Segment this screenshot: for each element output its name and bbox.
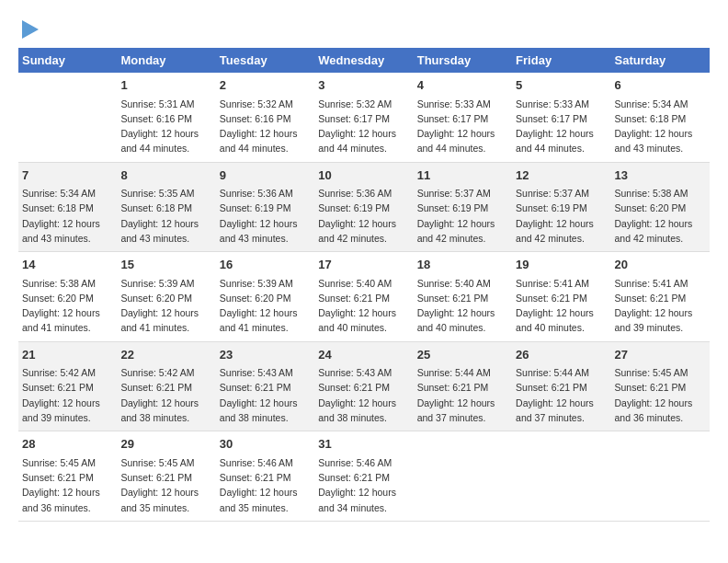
calendar-cell: 19Sunrise: 5:41 AMSunset: 6:21 PMDayligh… <box>512 252 610 342</box>
calendar-cell: 12Sunrise: 5:37 AMSunset: 6:19 PMDayligh… <box>512 162 610 252</box>
calendar-cell: 1Sunrise: 5:31 AMSunset: 6:16 PMDaylight… <box>117 73 215 162</box>
day-info: Sunrise: 5:33 AMSunset: 6:17 PMDaylight:… <box>516 97 607 156</box>
calendar-cell: 2Sunrise: 5:32 AMSunset: 6:16 PMDaylight… <box>216 73 314 162</box>
day-info: Sunrise: 5:38 AMSunset: 6:20 PMDaylight:… <box>615 186 706 246</box>
calendar-cell: 20Sunrise: 5:41 AMSunset: 6:21 PMDayligh… <box>611 252 710 342</box>
header-cell-friday: Friday <box>512 48 610 73</box>
header-cell-wednesday: Wednesday <box>314 48 413 73</box>
day-info: Sunrise: 5:45 AMSunset: 6:21 PMDaylight:… <box>615 365 706 425</box>
calendar-cell: 5Sunrise: 5:33 AMSunset: 6:17 PMDaylight… <box>512 73 610 162</box>
day-info: Sunrise: 5:32 AMSunset: 6:16 PMDaylight:… <box>220 97 311 156</box>
day-number: 22 <box>120 346 211 364</box>
day-number: 2 <box>220 76 311 95</box>
calendar-cell <box>18 73 117 162</box>
calendar-cell: 18Sunrise: 5:40 AMSunset: 6:21 PMDayligh… <box>414 252 512 342</box>
day-info: Sunrise: 5:43 AMSunset: 6:21 PMDaylight:… <box>220 365 311 425</box>
day-info: Sunrise: 5:46 AMSunset: 6:21 PMDaylight:… <box>220 455 311 515</box>
day-number: 27 <box>615 346 706 364</box>
day-number: 17 <box>318 256 409 274</box>
calendar-cell: 25Sunrise: 5:44 AMSunset: 6:21 PMDayligh… <box>414 341 512 431</box>
day-info: Sunrise: 5:45 AMSunset: 6:21 PMDaylight:… <box>22 455 113 515</box>
day-number: 6 <box>615 76 706 95</box>
day-number: 10 <box>318 167 409 185</box>
calendar-cell: 3Sunrise: 5:32 AMSunset: 6:17 PMDaylight… <box>314 73 413 162</box>
calendar-cell: 9Sunrise: 5:36 AMSunset: 6:19 PMDaylight… <box>216 162 314 252</box>
day-info: Sunrise: 5:41 AMSunset: 6:21 PMDaylight:… <box>516 276 607 336</box>
calendar-cell: 13Sunrise: 5:38 AMSunset: 6:20 PMDayligh… <box>611 162 710 252</box>
day-number: 28 <box>22 435 113 454</box>
day-info: Sunrise: 5:42 AMSunset: 6:21 PMDaylight:… <box>22 365 113 425</box>
day-info: Sunrise: 5:40 AMSunset: 6:21 PMDaylight:… <box>318 276 409 336</box>
calendar-cell: 30Sunrise: 5:46 AMSunset: 6:21 PMDayligh… <box>216 431 314 522</box>
day-number: 13 <box>615 167 706 185</box>
week-row-2: 14Sunrise: 5:38 AMSunset: 6:20 PMDayligh… <box>18 252 710 342</box>
calendar-cell: 17Sunrise: 5:40 AMSunset: 6:21 PMDayligh… <box>314 252 413 342</box>
day-info: Sunrise: 5:46 AMSunset: 6:21 PMDaylight:… <box>318 455 409 515</box>
day-info: Sunrise: 5:33 AMSunset: 6:17 PMDaylight:… <box>417 97 508 156</box>
calendar-cell <box>512 431 610 522</box>
header-cell-saturday: Saturday <box>611 48 710 73</box>
day-info: Sunrise: 5:45 AMSunset: 6:21 PMDaylight:… <box>120 455 211 515</box>
day-number: 12 <box>516 167 607 185</box>
day-info: Sunrise: 5:44 AMSunset: 6:21 PMDaylight:… <box>417 365 508 425</box>
day-number: 20 <box>615 256 706 274</box>
day-number: 8 <box>120 167 211 185</box>
header-cell-tuesday: Tuesday <box>216 48 314 73</box>
day-number: 9 <box>220 167 311 185</box>
day-info: Sunrise: 5:31 AMSunset: 6:16 PMDaylight:… <box>120 97 211 156</box>
calendar-cell: 21Sunrise: 5:42 AMSunset: 6:21 PMDayligh… <box>18 341 117 431</box>
day-info: Sunrise: 5:40 AMSunset: 6:21 PMDaylight:… <box>417 276 508 336</box>
calendar-cell: 22Sunrise: 5:42 AMSunset: 6:21 PMDayligh… <box>117 341 215 431</box>
day-number: 26 <box>516 346 607 364</box>
day-number: 30 <box>220 435 311 454</box>
calendar-table: SundayMondayTuesdayWednesdayThursdayFrid… <box>18 48 710 522</box>
calendar-body: 1Sunrise: 5:31 AMSunset: 6:16 PMDaylight… <box>18 73 710 521</box>
logo-arrow-icon <box>22 20 39 39</box>
day-number: 24 <box>318 346 409 364</box>
calendar-cell: 27Sunrise: 5:45 AMSunset: 6:21 PMDayligh… <box>611 341 710 431</box>
day-number: 15 <box>120 256 211 274</box>
day-info: Sunrise: 5:34 AMSunset: 6:18 PMDaylight:… <box>615 97 706 156</box>
calendar-cell: 24Sunrise: 5:43 AMSunset: 6:21 PMDayligh… <box>314 341 413 431</box>
day-info: Sunrise: 5:39 AMSunset: 6:20 PMDaylight:… <box>120 276 211 336</box>
calendar-cell: 23Sunrise: 5:43 AMSunset: 6:21 PMDayligh… <box>216 341 314 431</box>
logo <box>18 18 39 39</box>
week-row-1: 7Sunrise: 5:34 AMSunset: 6:18 PMDaylight… <box>18 162 710 252</box>
day-info: Sunrise: 5:44 AMSunset: 6:21 PMDaylight:… <box>516 365 607 425</box>
calendar-cell: 8Sunrise: 5:35 AMSunset: 6:18 PMDaylight… <box>117 162 215 252</box>
day-number: 4 <box>417 76 508 95</box>
calendar-cell: 28Sunrise: 5:45 AMSunset: 6:21 PMDayligh… <box>18 431 117 522</box>
day-number: 23 <box>220 346 311 364</box>
day-number: 3 <box>318 76 409 95</box>
day-info: Sunrise: 5:32 AMSunset: 6:17 PMDaylight:… <box>318 97 409 156</box>
week-row-4: 28Sunrise: 5:45 AMSunset: 6:21 PMDayligh… <box>18 431 710 522</box>
calendar-cell: 11Sunrise: 5:37 AMSunset: 6:19 PMDayligh… <box>414 162 512 252</box>
day-info: Sunrise: 5:38 AMSunset: 6:20 PMDaylight:… <box>22 276 113 336</box>
calendar-cell: 14Sunrise: 5:38 AMSunset: 6:20 PMDayligh… <box>18 252 117 342</box>
day-number: 16 <box>220 256 311 274</box>
week-row-3: 21Sunrise: 5:42 AMSunset: 6:21 PMDayligh… <box>18 341 710 431</box>
header-row: SundayMondayTuesdayWednesdayThursdayFrid… <box>18 48 710 73</box>
calendar-cell: 6Sunrise: 5:34 AMSunset: 6:18 PMDaylight… <box>611 73 710 162</box>
day-number: 29 <box>120 435 211 454</box>
day-info: Sunrise: 5:41 AMSunset: 6:21 PMDaylight:… <box>615 276 706 336</box>
page-header <box>18 18 710 39</box>
day-info: Sunrise: 5:39 AMSunset: 6:20 PMDaylight:… <box>220 276 311 336</box>
week-row-0: 1Sunrise: 5:31 AMSunset: 6:16 PMDaylight… <box>18 73 710 162</box>
day-number: 21 <box>22 346 113 364</box>
day-info: Sunrise: 5:36 AMSunset: 6:19 PMDaylight:… <box>220 186 311 246</box>
header-cell-sunday: Sunday <box>18 48 117 73</box>
calendar-cell <box>611 431 710 522</box>
day-info: Sunrise: 5:43 AMSunset: 6:21 PMDaylight:… <box>318 365 409 425</box>
day-number: 31 <box>318 435 409 454</box>
calendar-cell: 16Sunrise: 5:39 AMSunset: 6:20 PMDayligh… <box>216 252 314 342</box>
day-info: Sunrise: 5:42 AMSunset: 6:21 PMDaylight:… <box>120 365 211 425</box>
day-info: Sunrise: 5:34 AMSunset: 6:18 PMDaylight:… <box>22 186 113 246</box>
day-number: 14 <box>22 256 113 274</box>
calendar-cell: 31Sunrise: 5:46 AMSunset: 6:21 PMDayligh… <box>314 431 413 522</box>
calendar-cell: 26Sunrise: 5:44 AMSunset: 6:21 PMDayligh… <box>512 341 610 431</box>
day-number: 1 <box>120 76 211 95</box>
day-number: 7 <box>22 167 113 185</box>
calendar-cell: 10Sunrise: 5:36 AMSunset: 6:19 PMDayligh… <box>314 162 413 252</box>
calendar-header: SundayMondayTuesdayWednesdayThursdayFrid… <box>18 48 710 73</box>
